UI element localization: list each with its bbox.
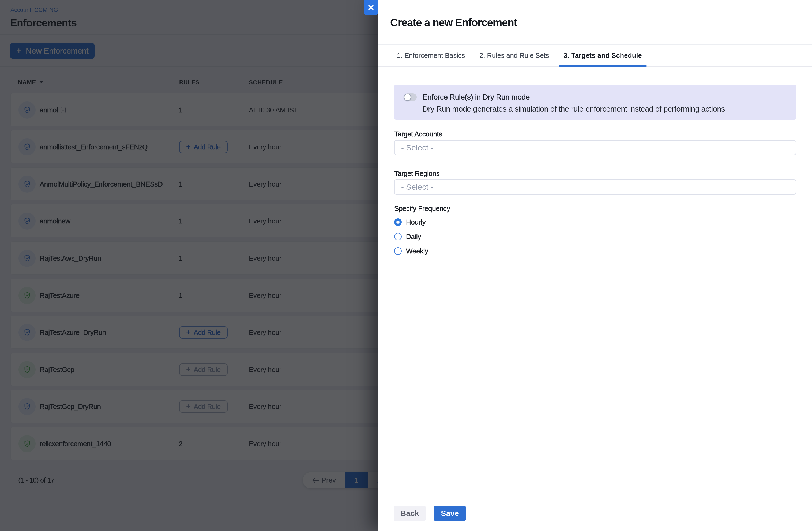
radio-option-daily[interactable]: Daily xyxy=(394,233,421,240)
select-placeholder: - Select - xyxy=(401,143,433,152)
tab-enforcement-basics[interactable]: 1. Enforcement Basics xyxy=(392,44,470,67)
target-regions-label: Target Regions xyxy=(394,169,439,178)
radio-option-hourly[interactable]: Hourly xyxy=(394,218,425,226)
tab-targets-and-schedule[interactable]: 3. Targets and Schedule xyxy=(559,44,647,67)
back-button[interactable]: Back xyxy=(394,505,426,521)
radio-option-weekly[interactable]: Weekly xyxy=(394,247,428,255)
toggle-knob xyxy=(404,94,411,101)
drawer-title: Create a new Enforcement xyxy=(390,17,517,29)
select-placeholder: - Select - xyxy=(401,182,433,192)
target-regions-select[interactable]: - Select - xyxy=(394,179,796,195)
dry-run-banner: Enforce Rule(s) in Dry Run mode Dry Run … xyxy=(394,85,796,120)
target-accounts-select[interactable]: - Select - xyxy=(394,140,796,155)
target-accounts-label: Target Accounts xyxy=(394,130,442,138)
dry-run-toggle[interactable] xyxy=(404,93,417,101)
close-button[interactable] xyxy=(364,0,378,15)
radio-selected-icon[interactable] xyxy=(394,218,402,226)
radio-unselected-icon[interactable] xyxy=(394,247,402,255)
dry-run-description: Dry Run mode generates a simulation of t… xyxy=(423,105,725,114)
specify-frequency-label: Specify Frequency xyxy=(394,205,450,213)
wizard-tabs: 1. Enforcement Basics 2. Rules and Rule … xyxy=(392,44,647,67)
save-button[interactable]: Save xyxy=(434,505,466,521)
dry-run-title: Enforce Rule(s) in Dry Run mode xyxy=(423,93,530,101)
create-enforcement-drawer: Create a new Enforcement 1. Enforcement … xyxy=(378,0,812,531)
close-icon xyxy=(368,4,374,11)
tab-rules-and-rule-sets[interactable]: 2. Rules and Rule Sets xyxy=(475,44,554,67)
radio-unselected-icon[interactable] xyxy=(394,233,402,240)
